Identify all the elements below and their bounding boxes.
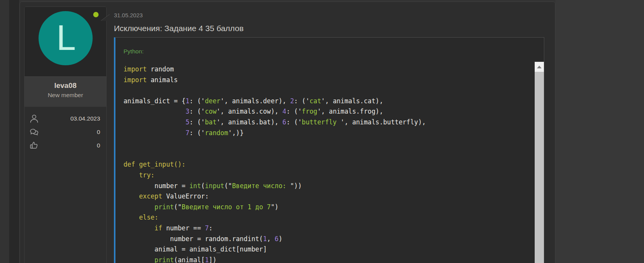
code-line: except ValueError: <box>124 191 525 202</box>
code-line <box>124 138 525 149</box>
code-language-label: Python: <box>115 38 544 55</box>
code-line: 3: ('cow', animals.cow), 4: ('frog', ani… <box>124 106 525 117</box>
code-line: print("Введите число от 1 до 7") <box>124 202 525 213</box>
page-left-gutter <box>9 0 19 263</box>
code-line: number = int(input("Введите число: ")) <box>124 181 525 192</box>
author-panel: L leva08 New member 03.04.2023 <box>24 7 107 263</box>
code-line: print(animal[1]) <box>124 255 525 263</box>
code-block: Python: import randomimport animalsanima… <box>114 37 544 263</box>
user-banner: leva08 New member <box>25 76 106 107</box>
joined-date-value: 03.04.2023 <box>70 115 100 122</box>
code-line: try: <box>124 170 525 181</box>
code-line: import animals <box>124 75 525 86</box>
messages-icon <box>29 127 39 137</box>
avatar-box: L <box>25 7 106 76</box>
stat-row-messages: 0 <box>29 127 100 137</box>
stat-row-likes: 0 <box>29 141 100 151</box>
user-title: New member <box>25 92 106 99</box>
code-scroll-area: import randomimport animalsanimals_dict … <box>115 62 544 263</box>
code-line: animals_dict = {1: ('deer', animals.deer… <box>124 96 525 107</box>
scrollbar-up-button[interactable] <box>535 62 544 72</box>
code-line: number = random.randint(1, 6) <box>124 234 525 245</box>
stat-row-joined: 03.04.2023 <box>29 114 100 124</box>
post-date[interactable]: 31.05.2023 <box>110 7 143 19</box>
code-line: 7: ('random',)} <box>124 128 525 139</box>
code-line <box>124 149 525 160</box>
code-pre: import randomimport animalsanimals_dict … <box>115 62 544 263</box>
message-cell: 31.05.2023 Исключения: Задание 4 35 балл… <box>110 7 554 263</box>
code-scrollbar[interactable] <box>535 62 544 263</box>
avatar-letter: L <box>56 22 75 55</box>
likes-count-value: 0 <box>97 142 100 149</box>
forum-post-page: L leva08 New member 03.04.2023 <box>0 0 644 263</box>
code-line: animal = animals_dict[number] <box>124 244 525 255</box>
code-line: else: <box>124 212 525 223</box>
messages-count-value: 0 <box>97 129 100 136</box>
avatar[interactable]: L <box>38 11 92 65</box>
code-line: if number == 7: <box>124 223 525 234</box>
code-line: def get_input(): <box>124 159 525 170</box>
page-right-background <box>555 0 644 263</box>
scrollbar-thumb[interactable] <box>535 72 544 263</box>
username[interactable]: leva08 <box>25 81 106 90</box>
code-line <box>124 85 525 96</box>
code-line: import random <box>124 64 525 75</box>
user-stats: 03.04.2023 0 0 <box>25 107 106 151</box>
online-status-dot <box>93 12 99 17</box>
user-icon <box>29 114 39 124</box>
code-line: 5: ('bat', animals.bat), 6: ('butterfly … <box>124 117 525 128</box>
message-bubble-notch <box>101 14 110 21</box>
post-card: L leva08 New member 03.04.2023 <box>20 2 555 263</box>
post-title: Исключения: Задание 4 35 баллов <box>114 23 554 33</box>
likes-icon <box>29 141 39 151</box>
scroll-up-arrow-icon <box>537 66 542 68</box>
